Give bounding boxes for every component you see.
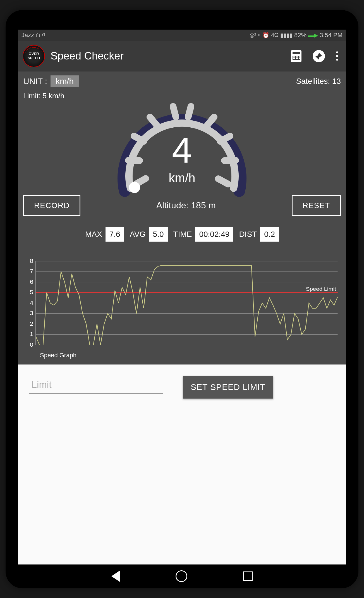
nav-recent-icon[interactable] xyxy=(243,571,253,581)
compass-icon[interactable] xyxy=(313,50,325,62)
clock: 3:54 PM xyxy=(320,32,343,39)
hotspot-icon: ◎² xyxy=(250,32,256,39)
input-section: SET SPEED LIMIT xyxy=(18,364,346,566)
svg-line-1 xyxy=(128,160,140,161)
svg-line-4 xyxy=(173,106,176,117)
limit-input[interactable] xyxy=(29,376,163,394)
speedometer-gauge: 4 km/h xyxy=(18,89,346,212)
svg-text:3: 3 xyxy=(30,310,33,316)
location-icon: ⌖ xyxy=(258,32,261,38)
app-logo-icon: OVER SPEED xyxy=(23,45,45,67)
svg-text:Speed Limit: Speed Limit xyxy=(306,286,336,292)
svg-line-5 xyxy=(188,106,191,117)
svg-text:1: 1 xyxy=(30,331,33,337)
tablet-frame: Jazz ⎙ ⎙ ◎² ⌖ ⏰ 4G ▮▮▮▮ 82% ▬▶ 3:54 PM O… xyxy=(6,10,358,588)
satellites-label: Satellites: 13 xyxy=(296,77,341,86)
dist-value: 0.2 xyxy=(260,227,279,242)
screen: Jazz ⎙ ⎙ ◎² ⌖ ⏰ 4G ▮▮▮▮ 82% ▬▶ 3:54 PM O… xyxy=(18,30,346,566)
signal-icon: ▮▮▮▮ xyxy=(280,32,293,39)
battery-percent: 82% xyxy=(294,32,306,39)
usb-icon-2: ⎙ xyxy=(42,32,45,38)
android-nav-bar xyxy=(18,564,346,588)
svg-text:8: 8 xyxy=(30,258,33,264)
alarm-icon: ⏰ xyxy=(262,32,269,39)
svg-text:4: 4 xyxy=(30,300,33,306)
svg-line-2 xyxy=(134,136,144,141)
unit-label: UNIT : xyxy=(23,77,47,86)
calculator-icon[interactable] xyxy=(291,50,301,62)
menu-overflow-icon[interactable] xyxy=(336,51,338,61)
speed-graph: 012345678Speed Limit xyxy=(23,258,341,351)
chart-title: Speed Graph xyxy=(40,352,341,359)
svg-point-10 xyxy=(129,182,140,193)
svg-text:0: 0 xyxy=(30,342,33,348)
svg-text:6: 6 xyxy=(30,279,33,285)
carrier-label: Jazz xyxy=(21,32,34,39)
svg-text:5: 5 xyxy=(30,289,33,295)
network-icon: 4G xyxy=(271,32,279,38)
speed-unit: km/h xyxy=(169,171,195,185)
info-row: UNIT : km/h Satellites: 13 xyxy=(18,72,346,87)
unit-selector[interactable]: km/h xyxy=(51,75,79,87)
nav-home-icon[interactable] xyxy=(176,570,187,582)
app-title: Speed Checker xyxy=(51,50,285,62)
battery-icon: ▬▶ xyxy=(308,32,318,39)
usb-icon: ⎙ xyxy=(36,32,40,38)
main-content: UNIT : km/h Satellites: 13 Limit: 5 km/h xyxy=(18,72,346,566)
status-bar: Jazz ⎙ ⎙ ◎² ⌖ ⏰ 4G ▮▮▮▮ 82% ▬▶ 3:54 PM xyxy=(18,30,346,41)
app-bar: OVER SPEED Speed Checker xyxy=(18,41,346,72)
max-label: MAX xyxy=(85,230,102,239)
chart-section: 012345678Speed Limit Speed Graph xyxy=(18,250,346,364)
app-actions xyxy=(291,50,338,62)
status-left: Jazz ⎙ ⎙ xyxy=(21,32,45,39)
set-speed-limit-button[interactable]: SET SPEED LIMIT xyxy=(183,376,273,399)
status-right: ◎² ⌖ ⏰ 4G ▮▮▮▮ 82% ▬▶ 3:54 PM xyxy=(250,32,343,39)
unit-section: UNIT : km/h xyxy=(23,75,79,87)
nav-back-icon[interactable] xyxy=(111,571,120,582)
svg-line-8 xyxy=(224,160,236,161)
svg-line-9 xyxy=(218,179,228,184)
svg-text:7: 7 xyxy=(30,268,33,274)
svg-text:2: 2 xyxy=(30,321,33,327)
speed-value: 4 xyxy=(169,132,195,168)
svg-line-7 xyxy=(220,136,230,141)
